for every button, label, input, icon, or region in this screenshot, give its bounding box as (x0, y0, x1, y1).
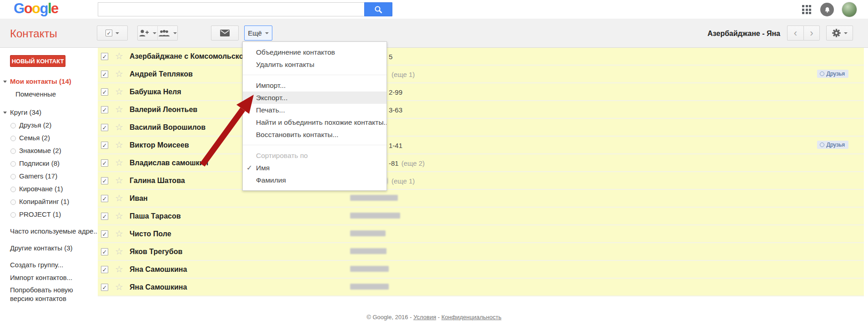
contact-name: Иван (130, 194, 148, 203)
contact-row[interactable]: ✓ ☆ Василий Ворошилов (98, 119, 864, 137)
menu-item[interactable]: ✓ Печать... (243, 104, 386, 116)
row-checkbox[interactable]: ✓ (101, 88, 108, 96)
phone-visible-text: 5 (389, 53, 395, 61)
row-checkbox[interactable]: ✓ (101, 248, 108, 255)
group-badge[interactable]: Друзья (817, 70, 848, 78)
row-checkbox[interactable]: ✓ (101, 195, 108, 202)
menu-item[interactable]: ✓ Фамилия (243, 174, 386, 186)
footer-dash: - (438, 314, 440, 321)
contact-row[interactable]: ✓ ☆ Яков Трегубов (98, 243, 864, 261)
menu-item-label: Объединение контактов (256, 48, 335, 56)
star-icon[interactable]: ☆ (115, 210, 123, 221)
star-icon[interactable]: ☆ (115, 68, 123, 79)
apps-grid-icon[interactable] (801, 4, 813, 15)
star-icon[interactable]: ☆ (115, 139, 123, 150)
row-checkbox[interactable]: ✓ (101, 159, 108, 167)
menu-item[interactable]: ✓ (243, 145, 386, 145)
sidebar-item[interactable]: Круги (34) (0, 106, 98, 119)
sidebar-item[interactable]: Gamers (17) (0, 170, 98, 183)
check-icon: ✓ (102, 266, 107, 273)
star-icon[interactable]: ☆ (115, 264, 123, 275)
menu-item[interactable]: ✓ Восстановить контакты... (243, 128, 386, 141)
person-add-icon (139, 29, 150, 37)
sidebar-item[interactable]: Мои контакты (14) (0, 75, 98, 88)
star-icon[interactable]: ☆ (115, 246, 123, 257)
sidebar-item[interactable]: Подписки (8) (0, 157, 98, 170)
prev-page-button[interactable]: ‹ (787, 25, 803, 41)
user-avatar[interactable] (842, 2, 857, 17)
sidebar-item[interactable]: Попробовать новую версию контактов (0, 285, 83, 303)
contact-row[interactable]: ✓ ☆ Яна Самошкина (98, 279, 864, 296)
contact-row[interactable]: ✓ ☆ Азербайджане с Комсомольской 5 (98, 48, 864, 66)
groups-button[interactable] (157, 25, 178, 41)
sidebar-item[interactable]: Импорт контактов... (0, 271, 98, 284)
privacy-link[interactable]: Конфиденциальность (442, 314, 502, 321)
sidebar-item[interactable]: Копирайтинг (1) (0, 195, 98, 208)
row-checkbox[interactable]: ✓ (101, 230, 108, 238)
star-icon[interactable]: ☆ (115, 157, 123, 168)
menu-item[interactable]: ✓ Импорт... (243, 79, 386, 92)
row-checkbox[interactable]: ✓ (101, 266, 108, 273)
email-button[interactable] (211, 25, 239, 41)
menu-item[interactable]: ✓ Удалить контакты (243, 58, 386, 71)
group-badge[interactable]: Друзья (817, 141, 848, 149)
chevron-down-icon (265, 32, 269, 34)
row-checkbox[interactable]: ✓ (101, 124, 108, 131)
row-checkbox[interactable]: ✓ (101, 284, 108, 291)
star-icon[interactable]: ☆ (115, 175, 123, 186)
add-contact-button[interactable] (137, 25, 158, 41)
menu-item[interactable]: ✓ Объединение контактов (243, 46, 386, 58)
sidebar-item[interactable]: Часто используемые адре... (0, 225, 98, 238)
check-icon: ✓ (102, 195, 107, 202)
sidebar-item[interactable]: Создать группу... (0, 259, 98, 271)
contact-row[interactable]: ✓ ☆ Андрей Тепляков (еще 1) Друзья (98, 66, 864, 83)
row-checkbox[interactable]: ✓ (101, 142, 108, 149)
row-checkbox[interactable]: ✓ (101, 71, 108, 78)
sidebar-item[interactable]: Семья (2) (0, 132, 98, 144)
google-logo[interactable]: Google (14, 0, 58, 17)
contact-row[interactable]: ✓ ☆ Иван (98, 190, 864, 208)
star-icon[interactable]: ☆ (115, 104, 123, 115)
star-icon[interactable]: ☆ (115, 86, 123, 97)
row-checkbox[interactable]: ✓ (101, 213, 108, 220)
more-menu-button[interactable]: Ещё (244, 25, 272, 41)
sidebar-item[interactable]: PROJECT (1) (0, 208, 98, 221)
menu-item[interactable]: ✓ Найти и объединить похожие контакты... (243, 116, 386, 128)
sidebar-item[interactable]: Друзья (2) (0, 119, 98, 132)
contact-row[interactable]: ✓ ☆ Владислав самошкин -81 (еще 2) (98, 154, 864, 172)
contact-row[interactable]: ✓ ☆ Галина Шатова (еще 1) (98, 172, 864, 190)
star-icon[interactable]: ☆ (115, 122, 123, 132)
terms-link[interactable]: Условия (413, 314, 436, 321)
sidebar-item[interactable]: Другие контакты (3) (0, 242, 98, 255)
star-icon[interactable]: ☆ (115, 228, 123, 239)
contact-row[interactable]: ✓ ☆ Чисто Поле (98, 225, 864, 243)
star-icon[interactable]: ☆ (115, 281, 123, 292)
search-button[interactable] (364, 2, 392, 16)
row-checkbox[interactable]: ✓ (101, 106, 108, 113)
phone-visible-text: (еще 1) (389, 71, 415, 78)
new-contact-button[interactable]: НОВЫЙ КОНТАКТ (10, 55, 65, 67)
menu-item[interactable]: ✓ Имя (243, 162, 386, 174)
sidebar-item[interactable]: Помеченные (0, 88, 98, 101)
contact-row[interactable]: ✓ ☆ Яна Самошкина (98, 261, 864, 279)
phone-more-count: (еще 1) (391, 177, 415, 185)
menu-item[interactable]: ✓ Экспорт... (243, 92, 386, 104)
contact-row[interactable]: ✓ ☆ Паша Тарасов (98, 208, 864, 225)
bell-icon (824, 6, 831, 13)
settings-gear-button[interactable] (826, 25, 853, 41)
select-all-button[interactable]: ✓ (97, 25, 128, 41)
next-page-button[interactable]: › (803, 25, 820, 41)
sidebar-item[interactable]: Знакомые (2) (0, 144, 98, 157)
row-checkbox[interactable]: ✓ (101, 53, 108, 60)
star-icon[interactable]: ☆ (115, 193, 123, 204)
notifications-bell-icon[interactable] (820, 3, 834, 16)
contact-row[interactable]: ✓ ☆ Виктор Моисеев 1-41 Друзья (98, 137, 864, 154)
menu-item[interactable]: ✓ (243, 75, 386, 75)
contact-row[interactable]: ✓ ☆ Валерий Леонтьев 3-63 (98, 101, 864, 119)
star-icon[interactable]: ☆ (115, 51, 123, 61)
sidebar-item[interactable]: Кировчане (1) (0, 183, 98, 195)
contact-row[interactable]: ✓ ☆ Бабушка Неля 2-99 (98, 83, 864, 101)
menu-item[interactable]: ✓ Сортировать по (243, 149, 386, 162)
row-checkbox[interactable]: ✓ (101, 177, 108, 184)
search-input[interactable] (98, 2, 364, 16)
